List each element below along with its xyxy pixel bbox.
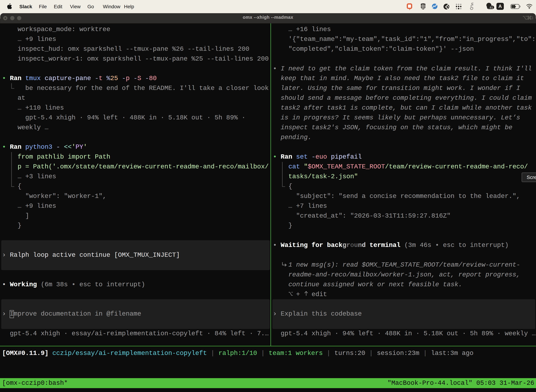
svg-text:..61: ..61 [488, 6, 493, 9]
svg-text:1: 1 [531, 16, 533, 20]
